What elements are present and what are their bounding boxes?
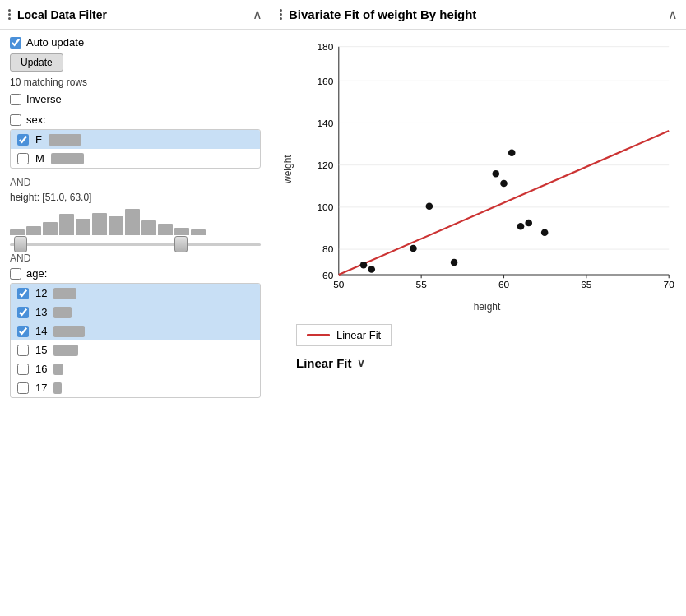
legend-box: Linear Fit	[296, 324, 392, 346]
svg-text:60: 60	[322, 270, 334, 281]
inverse-label: Inverse	[26, 93, 62, 105]
histogram-bar	[158, 224, 173, 235]
left-panel-header-left: Local Data Filter	[8, 8, 107, 21]
histogram-bar	[141, 220, 156, 235]
update-button[interactable]: Update	[10, 53, 63, 72]
sex-checkbox-M[interactable]	[17, 153, 29, 164]
age-checkbox-13[interactable]	[17, 307, 29, 318]
sex-option-M[interactable]: M	[11, 149, 260, 168]
age-checkbox-12[interactable]	[17, 288, 29, 299]
linear-fit-chevron-icon[interactable]: ∨	[357, 357, 365, 369]
svg-text:100: 100	[318, 201, 334, 213]
age-value-13: 13	[35, 306, 47, 318]
svg-text:70: 70	[664, 279, 675, 290]
auto-update-label: Auto update	[26, 36, 84, 49]
age-bar-14	[53, 326, 85, 337]
collapse-left-panel-icon[interactable]: ∧	[253, 7, 262, 22]
and-label-2: AND	[10, 252, 261, 264]
svg-text:140: 140	[318, 118, 334, 129]
sex-option-F[interactable]: F	[11, 130, 260, 149]
sex-group-checkbox[interactable]	[10, 114, 21, 126]
sex-bar-F	[49, 134, 81, 146]
svg-point-26	[368, 266, 375, 273]
sex-filter-group: sex: F M	[10, 113, 261, 169]
age-option-16[interactable]: 16	[11, 359, 260, 378]
chart-title: Bivariate Fit of weight By height	[289, 7, 476, 21]
scatter-plot: 180 160 140 120 100 80 60 50	[296, 38, 678, 301]
age-filter-label: age:	[26, 267, 47, 280]
left-panel-body: Auto update Update 10 matching rows Inve…	[0, 30, 271, 413]
svg-text:55: 55	[416, 279, 428, 290]
age-bar-13	[53, 307, 72, 318]
age-option-14[interactable]: 14	[11, 322, 260, 340]
histogram-bar	[174, 228, 189, 235]
age-value-17: 17	[35, 382, 47, 394]
age-option-12[interactable]: 12	[11, 284, 260, 303]
age-checkbox-17[interactable]	[17, 382, 29, 394]
x-axis-label: height	[296, 301, 678, 316]
svg-point-28	[426, 203, 433, 211]
slider-handle-right[interactable]	[174, 236, 188, 252]
scatter-wrapper: weight 180 160 140 120	[271, 38, 678, 301]
right-panel: Bivariate Fit of weight By height ∧ weig…	[271, 0, 686, 616]
histogram-bars	[10, 206, 261, 235]
collapse-right-panel-icon[interactable]: ∧	[668, 7, 678, 22]
svg-point-27	[410, 245, 417, 252]
svg-point-33	[517, 223, 525, 230]
age-value-16: 16	[35, 363, 47, 375]
age-filter-options: 121314151617	[10, 283, 261, 398]
histogram-container	[10, 206, 261, 248]
svg-text:80: 80	[322, 243, 334, 255]
slider-handle-left[interactable]	[14, 236, 27, 252]
and-label-1: AND	[10, 177, 261, 188]
sex-filter-options: F M	[10, 129, 261, 169]
histogram-bar	[59, 214, 74, 235]
svg-text:65: 65	[581, 279, 592, 290]
height-range-label: height: [51.0, 63.0]	[10, 192, 261, 203]
svg-point-34	[525, 220, 532, 227]
right-drag-handle-icon[interactable]	[280, 9, 282, 20]
left-panel-header: Local Data Filter ∧	[0, 0, 271, 30]
svg-point-29	[451, 259, 458, 266]
linear-fit-header[interactable]: Linear Fit ∨	[296, 356, 670, 370]
histogram-bar	[76, 219, 90, 235]
age-filter-header: age:	[10, 267, 261, 280]
y-axis-label: weight	[280, 38, 296, 301]
age-bar-16	[53, 364, 63, 375]
svg-text:50: 50	[333, 279, 345, 290]
slider-track	[10, 239, 261, 250]
svg-text:120: 120	[318, 160, 334, 171]
sex-value-M: M	[35, 152, 44, 164]
svg-text:180: 180	[318, 41, 334, 53]
histogram-bar	[109, 216, 123, 235]
auto-update-checkbox[interactable]	[10, 37, 21, 49]
linear-fit-title: Linear Fit	[296, 356, 352, 370]
inverse-checkbox[interactable]	[10, 94, 21, 105]
sex-filter-label: sex:	[26, 113, 46, 126]
histogram-bar	[10, 229, 25, 235]
age-bar-17	[53, 382, 62, 394]
drag-handle-icon[interactable]	[8, 9, 11, 20]
age-checkbox-14[interactable]	[17, 326, 29, 337]
chart-header: Bivariate Fit of weight By height ∧	[271, 0, 686, 30]
legend-label: Linear Fit	[336, 329, 381, 341]
age-option-15[interactable]: 15	[11, 340, 260, 359]
sex-checkbox-F[interactable]	[17, 134, 29, 146]
svg-text:160: 160	[318, 76, 334, 87]
left-panel-title: Local Data Filter	[17, 8, 107, 21]
sex-bar-M	[51, 153, 84, 164]
auto-update-row: Auto update	[10, 36, 261, 49]
age-checkbox-15[interactable]	[17, 345, 29, 356]
age-option-17[interactable]: 17	[11, 378, 260, 397]
age-checkbox-16[interactable]	[17, 364, 29, 375]
age-value-14: 14	[35, 325, 47, 337]
svg-point-32	[508, 149, 516, 156]
sex-value-F: F	[35, 133, 42, 146]
age-group-checkbox[interactable]	[10, 268, 21, 280]
histogram-bar	[92, 213, 107, 235]
svg-point-35	[541, 229, 549, 237]
age-filter-group: age: 121314151617	[10, 267, 261, 398]
age-option-13[interactable]: 13	[11, 303, 260, 322]
slider-line	[10, 243, 261, 246]
svg-text:60: 60	[498, 279, 510, 290]
